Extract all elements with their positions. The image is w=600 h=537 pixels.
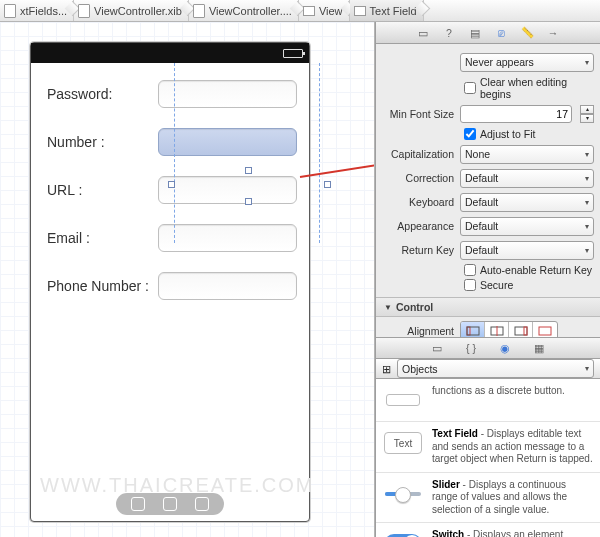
crumb-label: xtFields... xyxy=(20,5,67,17)
crumb-textfield[interactable]: Text Field xyxy=(350,0,424,21)
annotation-arrow xyxy=(300,157,375,189)
number-field[interactable] xyxy=(158,128,297,156)
email-field[interactable] xyxy=(158,224,297,252)
svg-rect-6 xyxy=(524,327,527,335)
chevron-icon: ▾ xyxy=(585,222,589,231)
field-label: Phone Number : xyxy=(47,278,158,294)
section-title: Control xyxy=(396,301,433,313)
clear-button-popup[interactable]: Never appears▾ xyxy=(460,53,594,72)
popup-value: Objects xyxy=(402,363,438,375)
popup-value: None xyxy=(465,148,490,160)
appearance-label: Appearance xyxy=(382,220,454,232)
popup-value: Default xyxy=(465,220,498,232)
device-mock[interactable]: Password: Number : URL : Email : Phone N… xyxy=(30,42,310,522)
alignment-guide xyxy=(174,63,175,243)
object-library-tab[interactable]: ◉ xyxy=(497,342,513,354)
code-snippet-tab[interactable]: { } xyxy=(463,342,479,354)
clear-editing-checkbox[interactable] xyxy=(464,82,476,94)
crumb-label: ViewController.xib xyxy=(94,5,182,17)
keyboard-popup[interactable]: Default▾ xyxy=(460,193,594,212)
url-field[interactable] xyxy=(158,176,297,204)
alignment-guide xyxy=(319,63,320,243)
chevron-icon: ▾ xyxy=(585,198,589,207)
quickhelp-tab[interactable]: ? xyxy=(441,25,457,41)
library-tabs: ▭ { } ◉ ▦ xyxy=(376,337,600,359)
identity-tab[interactable]: ▤ xyxy=(467,25,483,41)
crumb-label: Text Field xyxy=(370,5,417,17)
correction-label: Correction xyxy=(382,172,454,184)
chevron-icon: ▾ xyxy=(585,58,589,67)
capitalization-label: Capitalization xyxy=(382,148,454,160)
align-center-seg[interactable] xyxy=(485,322,509,337)
checkbox-label: Auto-enable Return Key xyxy=(480,264,592,276)
align-right-seg[interactable] xyxy=(509,322,533,337)
crumb-view[interactable]: View xyxy=(299,0,350,21)
objects-popup[interactable]: Objects▾ xyxy=(397,359,594,378)
capitalization-popup[interactable]: None▾ xyxy=(460,145,594,164)
chevron-icon: ▾ xyxy=(585,150,589,159)
crumb-xib[interactable]: ViewController.xib xyxy=(74,0,189,21)
chevron-icon: ▾ xyxy=(585,246,589,255)
h-alignment-segmented[interactable] xyxy=(460,321,558,337)
library-desc: functions as a discrete button. xyxy=(432,385,594,398)
control-section-header[interactable]: ▼Control xyxy=(376,297,600,317)
watermark: WWW.THAICREATE.COM xyxy=(40,474,315,497)
auto-return-checkbox[interactable] xyxy=(464,264,476,276)
library-desc: Slider - Displays a continuous range of … xyxy=(432,479,594,517)
align-left-seg[interactable] xyxy=(461,322,485,337)
min-font-label: Min Font Size xyxy=(382,108,454,120)
attributes-tab[interactable]: ⎚ xyxy=(493,25,509,41)
textfield-icon: Text xyxy=(382,428,424,458)
form-row: Phone Number : xyxy=(47,271,297,301)
returnkey-label: Return Key xyxy=(382,244,454,256)
library-item-switch[interactable]: Switch - Displays an element showing the… xyxy=(376,523,600,537)
button-icon xyxy=(382,385,424,415)
svg-rect-5 xyxy=(515,327,527,335)
field-label: Number : xyxy=(47,134,158,150)
min-font-field[interactable] xyxy=(460,105,572,123)
form-row: Number : xyxy=(47,127,297,157)
phone-field[interactable] xyxy=(158,272,297,300)
alignment-label: Alignment xyxy=(382,325,454,337)
size-tab[interactable]: 📏 xyxy=(519,25,535,41)
breadcrumb-bar: xtFields... ViewController.xib ViewContr… xyxy=(0,0,600,22)
checkbox-label: Clear when editing begins xyxy=(480,76,594,100)
correction-popup[interactable]: Default▾ xyxy=(460,169,594,188)
object-library[interactable]: functions as a discrete button. Text Tex… xyxy=(376,379,600,537)
view-icon xyxy=(354,6,366,16)
adjust-to-fit-checkbox[interactable] xyxy=(464,128,476,140)
field-label: URL : xyxy=(47,182,158,198)
svg-rect-7 xyxy=(539,327,551,335)
disclosure-triangle-icon: ▼ xyxy=(384,303,392,312)
file-template-tab[interactable]: ▭ xyxy=(429,342,445,354)
appearance-popup[interactable]: Default▾ xyxy=(460,217,594,236)
library-item-slider[interactable]: Slider - Displays a continuous range of … xyxy=(376,473,600,524)
ib-canvas[interactable]: Password: Number : URL : Email : Phone N… xyxy=(0,22,375,537)
crumb-label: ViewController.... xyxy=(209,5,292,17)
file-inspector-tab[interactable]: ▭ xyxy=(415,25,431,41)
form-row: Email : xyxy=(47,223,297,253)
connections-tab[interactable]: → xyxy=(545,25,561,41)
secure-checkbox[interactable] xyxy=(464,279,476,291)
crumb-project[interactable]: xtFields... xyxy=(0,0,74,21)
form-row: URL : xyxy=(47,175,297,205)
file-icon xyxy=(4,4,16,18)
min-font-stepper[interactable]: ▴▾ xyxy=(580,105,594,123)
crumb-viewcontroller[interactable]: ViewController.... xyxy=(189,0,299,21)
popup-value: Never appears xyxy=(465,56,534,68)
svg-rect-2 xyxy=(467,327,479,335)
returnkey-popup[interactable]: Default▾ xyxy=(460,241,594,260)
field-label: Password: xyxy=(47,86,158,102)
align-fill-seg[interactable] xyxy=(533,322,557,337)
library-item-textfield[interactable]: Text Text Field - Displays editable text… xyxy=(376,422,600,473)
field-label: Email : xyxy=(47,230,158,246)
checkbox-label: Secure xyxy=(480,279,513,291)
view-icon xyxy=(303,6,315,16)
password-field[interactable] xyxy=(158,80,297,108)
grid-icon[interactable]: ⊞ xyxy=(382,363,391,375)
keyboard-label: Keyboard xyxy=(382,196,454,208)
chevron-icon: ▾ xyxy=(585,174,589,183)
media-library-tab[interactable]: ▦ xyxy=(531,342,547,354)
library-item-button[interactable]: functions as a discrete button. xyxy=(376,379,600,422)
chevron-icon: ▾ xyxy=(585,364,589,373)
